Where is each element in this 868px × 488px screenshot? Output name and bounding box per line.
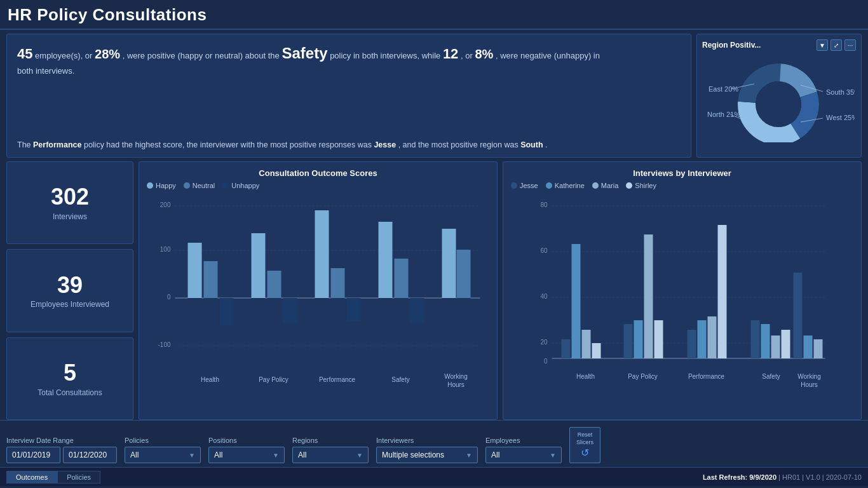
regions-value: All (298, 451, 306, 459)
bar-paypolicy-neutral[interactable] (268, 271, 281, 298)
policies-arrow: ▼ (189, 452, 195, 459)
kpi-consultations: 5 Total Consultations (6, 337, 133, 421)
employees-filter-label: Employees (485, 437, 562, 444)
svg-text:80: 80 (540, 201, 548, 208)
bar-workinghours-happy[interactable] (442, 229, 456, 298)
policies-dropdown[interactable]: All ▼ (125, 447, 201, 463)
bar-perf-shirley[interactable] (718, 225, 727, 358)
bar-safety-happy[interactable] (379, 222, 393, 298)
tab-policies[interactable]: Policies (57, 471, 100, 484)
bar-saf-katherine[interactable] (761, 324, 770, 358)
svg-text:100: 100 (160, 246, 171, 253)
date-from-input[interactable] (6, 447, 60, 463)
bar-paypolicy-unhappy[interactable] (283, 298, 297, 323)
svg-text:20: 20 (540, 339, 548, 346)
expand-icon[interactable]: ⤢ (831, 39, 842, 51)
bar-workinghours-neutral[interactable] (457, 250, 471, 298)
svg-text:South 35%: South 35% (826, 88, 855, 96)
positive-count: 45 (17, 46, 32, 62)
more-icon[interactable]: ··· (844, 39, 856, 51)
bar-performance-unhappy[interactable] (347, 298, 361, 321)
interviewer-chart-area: 80 60 40 20 0 Health (511, 194, 853, 414)
bar-saf-shirley[interactable] (782, 330, 790, 358)
bar-performance-neutral[interactable] (331, 268, 345, 298)
interviewers-dropdown[interactable]: Multiple selections ▼ (376, 447, 478, 463)
bar-h-shirley[interactable] (592, 343, 601, 358)
mid-row: 302 Interviews 39 Employees Interviewed … (0, 161, 868, 421)
reset-slicers-button[interactable]: Reset Slicers ↺ (569, 427, 600, 463)
reset-icon: ↺ (581, 447, 589, 459)
date-range-label: Interview Date Range (6, 437, 117, 444)
bar-safety-neutral[interactable] (395, 259, 409, 298)
tab-outcomes[interactable]: Outcomes (6, 471, 57, 484)
bar-wh-jesse[interactable] (794, 273, 803, 358)
svg-text:Hours: Hours (801, 381, 818, 388)
svg-text:60: 60 (540, 247, 548, 254)
bar-health-happy[interactable] (188, 243, 202, 298)
bar-h-maria[interactable] (582, 330, 591, 358)
positions-dropdown[interactable]: All ▼ (208, 447, 285, 463)
bar-wh-katherine[interactable] (804, 336, 813, 358)
svg-rect-25 (252, 298, 266, 300)
donut-icons: ▼ ⤢ ··· (817, 39, 856, 51)
svg-text:Hours: Hours (447, 381, 465, 388)
bar-perf-jesse[interactable] (688, 330, 696, 358)
outcome-legend: Happy Neutral Unhappy (147, 182, 489, 189)
negative-count: 12 (443, 46, 458, 62)
interviewer-legend: Jesse Katherine Maria Shirley (511, 182, 853, 189)
bar-perf-katherine[interactable] (698, 320, 707, 358)
interviewers-label: Interviewers (376, 437, 478, 444)
bar-perf-maria[interactable] (708, 316, 717, 358)
date-to-input[interactable] (63, 447, 117, 463)
bar-pp-jesse[interactable] (624, 324, 633, 358)
svg-text:Health: Health (576, 373, 595, 380)
legend-neutral-dot (184, 182, 190, 189)
date-inputs (6, 447, 117, 463)
employees-dropdown[interactable]: All ▼ (485, 447, 562, 463)
top-row: 45 employee(s), or 28% , were positive (… (0, 30, 868, 161)
interviewers-arrow: ▼ (466, 452, 472, 459)
kpi-employees: 39 Employees Interviewed (6, 249, 133, 332)
version-label: HR01 | V1.0 | 2020-07-10 (782, 473, 862, 481)
bar-h-jesse[interactable] (562, 339, 571, 358)
bar-health-unhappy[interactable] (220, 298, 234, 325)
legend-jesse-dot (511, 182, 517, 189)
interviewer-chart-title: Interviews by Interviewer (511, 168, 853, 178)
footer-row: Outcomes Policies Last Refresh: 9/9/2020… (0, 467, 868, 486)
svg-text:Performance: Performance (319, 376, 356, 383)
filter-icon[interactable]: ▼ (817, 39, 828, 51)
legend-katherine-dot (546, 182, 552, 189)
bar-paypolicy-happy[interactable] (252, 233, 266, 298)
reset-label: Reset (578, 431, 593, 438)
legend-katherine: Katherine (546, 182, 585, 189)
legend-neutral: Neutral (184, 182, 215, 189)
footer-tabs: Outcomes Policies (6, 471, 100, 484)
regions-dropdown[interactable]: All ▼ (292, 447, 369, 463)
employees-filter-value: All (491, 451, 499, 459)
employees-label: Employees Interviewed (31, 300, 109, 309)
footer-info: Last Refresh: 9/9/2020 | HR01 | V1.0 | 2… (703, 473, 862, 481)
bar-safety-unhappy[interactable] (410, 298, 424, 323)
bar-h-katherine[interactable] (572, 244, 581, 358)
svg-rect-34 (442, 298, 456, 300)
filter-date-range: Interview Date Range (6, 437, 117, 463)
filter-interviewers: Interviewers Multiple selections ▼ (376, 437, 478, 463)
bar-pp-katherine[interactable] (634, 320, 643, 358)
bar-pp-shirley[interactable] (654, 320, 663, 358)
legend-shirley-dot (626, 182, 632, 189)
bar-saf-maria[interactable] (771, 336, 780, 358)
bar-performance-happy[interactable] (315, 210, 329, 298)
legend-jesse: Jesse (511, 182, 538, 189)
bar-pp-maria[interactable] (644, 234, 653, 358)
svg-text:Safety: Safety (762, 373, 780, 380)
bar-wh-maria[interactable] (814, 339, 823, 358)
filter-regions: Regions All ▼ (292, 437, 369, 463)
svg-text:North 21%: North 21% (707, 111, 740, 118)
top-policy: Performance (33, 140, 81, 149)
bar-saf-jesse[interactable] (751, 320, 760, 358)
svg-text:-100: -100 (158, 341, 170, 348)
positions-label: Positions (208, 437, 285, 444)
legend-shirley: Shirley (626, 182, 656, 189)
consultations-label: Total Consultations (37, 388, 102, 397)
bar-health-neutral[interactable] (204, 261, 218, 298)
